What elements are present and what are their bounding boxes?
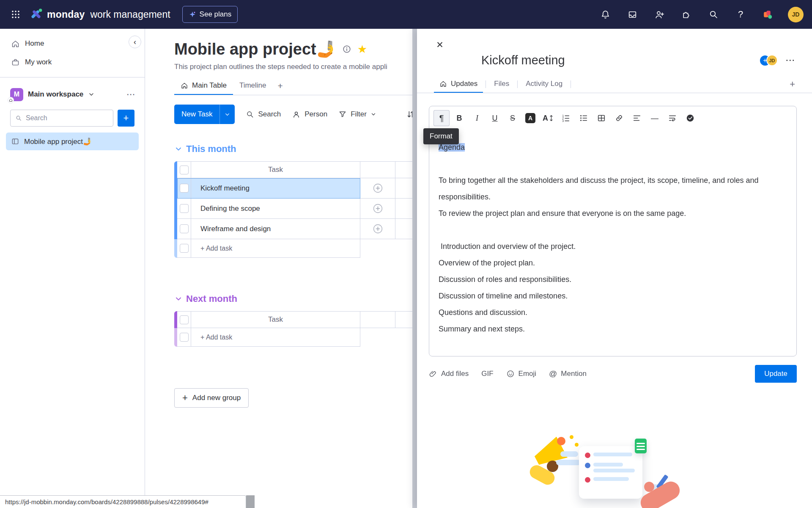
- collapse-sidebar-button[interactable]: ‹: [129, 36, 141, 48]
- bullet-list-button[interactable]: [576, 110, 592, 126]
- sidebar-search[interactable]: [10, 110, 113, 127]
- task-name[interactable]: Defining the scope: [200, 204, 260, 213]
- chat-bubble: [593, 463, 623, 467]
- item-tabs: Updates Files Activity Log +: [417, 76, 812, 93]
- add-task-row[interactable]: + Add task: [177, 328, 417, 347]
- group-title[interactable]: Next month: [186, 293, 237, 304]
- group-title[interactable]: This month: [186, 144, 236, 155]
- workspace-menu-button[interactable]: ⋯: [126, 89, 135, 99]
- notifications-icon[interactable]: [598, 8, 612, 21]
- item-title[interactable]: Kickoff meeting: [481, 53, 565, 67]
- emoji-button[interactable]: Emoji: [506, 370, 537, 378]
- group-header[interactable]: Next month: [174, 293, 417, 304]
- add-conversation-icon[interactable]: [372, 223, 384, 235]
- bold-button[interactable]: B: [451, 110, 467, 126]
- checklist-button[interactable]: [682, 110, 698, 126]
- tab-updates[interactable]: Updates: [434, 76, 483, 93]
- tab-files[interactable]: Files: [488, 76, 515, 93]
- mention-button[interactable]: @ Mention: [549, 369, 587, 378]
- workspace-switcher[interactable]: M Main workspace ⋯: [10, 86, 135, 103]
- apps-marketplace-icon[interactable]: [680, 8, 693, 21]
- italic-button[interactable]: I: [469, 110, 485, 126]
- ordered-list-button[interactable]: 123: [558, 110, 574, 126]
- add-task-row[interactable]: + Add task: [177, 239, 417, 258]
- close-panel-button[interactable]: ✕: [434, 39, 446, 51]
- help-icon[interactable]: ?: [734, 8, 747, 21]
- group-header[interactable]: This month: [174, 144, 417, 155]
- text-wrap-button[interactable]: [664, 110, 680, 126]
- vertical-scrollbar[interactable]: [412, 29, 417, 508]
- underline-button[interactable]: U: [487, 110, 503, 126]
- strikethrough-button[interactable]: S: [505, 110, 521, 126]
- task-row-defining-the-scope[interactable]: Defining the scope: [177, 199, 417, 219]
- products-icon[interactable]: [761, 8, 774, 21]
- add-task-label[interactable]: + Add task: [200, 334, 232, 341]
- panel-menu-button[interactable]: ⋯: [785, 55, 795, 66]
- favorite-star-icon[interactable]: ★: [357, 43, 367, 56]
- update-button[interactable]: Update: [755, 365, 797, 383]
- see-plans-button[interactable]: See plans: [182, 6, 238, 23]
- editor-content[interactable]: Agenda To bring together all the stakeho…: [429, 128, 796, 337]
- tab-timeline[interactable]: Timeline: [233, 77, 273, 95]
- gif-button[interactable]: GIF: [481, 370, 493, 378]
- collapse-group-icon[interactable]: [174, 295, 183, 303]
- add-view-button[interactable]: +: [273, 77, 288, 95]
- sidebar-item-home[interactable]: Home: [5, 35, 140, 52]
- task-name[interactable]: Kickoff meeting: [200, 184, 250, 193]
- task-row-wireframe-and-design[interactable]: Wireframe and design: [177, 219, 417, 239]
- tab-main-table[interactable]: Main Table: [174, 77, 233, 95]
- update-footer: Add files GIF Emoji @ Mention Update: [429, 365, 797, 383]
- new-task-button[interactable]: New Task: [174, 105, 235, 124]
- inbox-icon[interactable]: [625, 8, 639, 21]
- text-color-button[interactable]: A: [522, 110, 538, 126]
- sidebar-item-my-work[interactable]: My work: [5, 53, 140, 71]
- board-description[interactable]: This project plan outlines the steps nee…: [174, 63, 417, 71]
- add-new-group-button[interactable]: + Add new group: [174, 388, 249, 408]
- divider-button[interactable]: —: [647, 110, 663, 126]
- link-button[interactable]: [611, 110, 627, 126]
- row-checkbox[interactable]: [180, 224, 189, 233]
- sidebar-board-mobile-app-project[interactable]: Mobile app project🤳: [6, 133, 139, 150]
- board-title[interactable]: Mobile app project🤳: [174, 40, 336, 58]
- add-conversation-icon[interactable]: [372, 203, 384, 214]
- add-conversation-icon[interactable]: [372, 182, 384, 194]
- align-button[interactable]: [629, 110, 645, 126]
- owner-avatar[interactable]: JD: [766, 55, 778, 66]
- tab-activity-log[interactable]: Activity Log: [520, 76, 568, 93]
- text-size-button[interactable]: A: [540, 110, 556, 126]
- row-checkbox[interactable]: [180, 184, 189, 193]
- add-tab-button[interactable]: +: [790, 76, 795, 93]
- sidebar-search-input[interactable]: [26, 114, 108, 122]
- editor-paragraph: Summary and next steps.: [439, 321, 787, 337]
- task-column-header[interactable]: Task: [191, 311, 360, 328]
- task-name[interactable]: Wireframe and design: [200, 225, 271, 233]
- info-icon[interactable]: [342, 44, 351, 54]
- row-checkbox: [180, 244, 189, 253]
- board-icon: [11, 137, 19, 146]
- sparkle-icon: [189, 11, 196, 18]
- task-column-header[interactable]: Task: [191, 161, 360, 178]
- format-paragraph-button[interactable]: ¶: [433, 110, 450, 126]
- filter-button[interactable]: Filter: [338, 110, 376, 119]
- table-button[interactable]: [593, 110, 609, 126]
- monday-logo[interactable]: monday work management: [29, 7, 170, 22]
- add-item-button[interactable]: +: [118, 110, 134, 127]
- row-checkbox[interactable]: [180, 204, 189, 213]
- invite-members-icon[interactable]: [653, 8, 666, 21]
- assignee-avatars[interactable]: + JD: [760, 55, 778, 66]
- task-row-kickoff-meeting[interactable]: Kickoff meeting: [177, 178, 417, 199]
- person-filter-button[interactable]: Person: [292, 110, 327, 119]
- select-all-checkbox[interactable]: [180, 315, 189, 324]
- add-files-button[interactable]: Add files: [429, 370, 469, 378]
- chevron-down-icon[interactable]: [88, 91, 95, 98]
- search-icon[interactable]: [707, 8, 720, 21]
- user-avatar[interactable]: JD: [788, 7, 804, 22]
- apps-grid-icon[interactable]: [8, 7, 23, 22]
- search-button[interactable]: Search: [246, 110, 281, 119]
- update-editor[interactable]: ¶ B I U S A A 123 —: [429, 106, 797, 356]
- tab-separator: [517, 80, 518, 88]
- add-task-label[interactable]: + Add task: [200, 245, 232, 252]
- new-task-dropdown[interactable]: [219, 105, 235, 124]
- collapse-group-icon[interactable]: [174, 145, 183, 153]
- select-all-checkbox[interactable]: [180, 166, 189, 174]
